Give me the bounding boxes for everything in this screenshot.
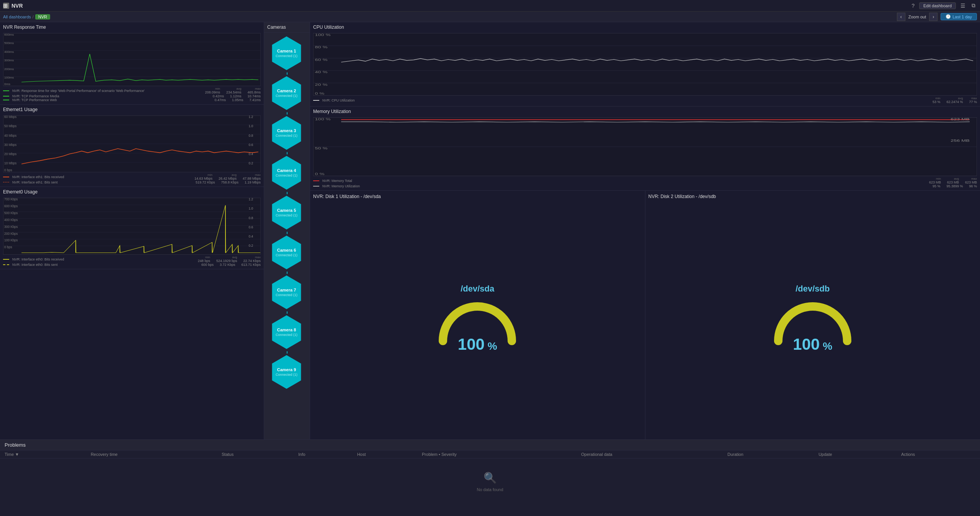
nvr-response-panel: NVR Response Time 600ms 500ms [0, 22, 264, 105]
disk1-value: 100 % [458, 335, 497, 354]
time-range-button[interactable]: 🕐 Last 1 day [941, 13, 977, 20]
problems-table-head: Time ▼ Recovery time Status Info Host Pr… [0, 450, 980, 459]
camera-1-item[interactable]: Camera 1 Connected (1) [270, 36, 304, 71]
cpu-stats: NVR: CPU Utilization min53 % avg62.2474 … [313, 97, 977, 104]
col-update: Update [814, 450, 897, 459]
col-time[interactable]: Time ▼ [0, 450, 86, 459]
eth0-stat-1: NVR: Interface eth0: Bits received min24… [3, 256, 261, 263]
col-problem: Problem • Severity [417, 450, 577, 459]
clock-icon: 🕐 [946, 14, 951, 19]
disk1-device: /dev/sda [461, 284, 494, 294]
cpu-stat-1: NVR: CPU Utilization min53 % avg62.2474 … [313, 97, 977, 104]
camera-1-hex[interactable]: Camera 1 Connected (1) [270, 36, 304, 70]
svg-text:623 MB: 623 MB [951, 118, 970, 121]
disk2-device: /dev/sdb [795, 284, 830, 294]
svg-text:0 bps: 0 bps [4, 245, 12, 249]
camera-4-status: Connected (1) [276, 174, 297, 177]
problems-table: Time ▼ Recovery time Status Info Host Pr… [0, 450, 980, 459]
svg-text:500 Kbps: 500 Kbps [4, 211, 18, 215]
camera-9-hex[interactable]: Camera 9 Connected (1) [270, 355, 304, 389]
problems-panel: Problems Time ▼ Recovery time Status Inf… [0, 439, 980, 516]
camera-2-item[interactable]: Camera 2 Connected (1) [270, 76, 304, 111]
camera-6-item[interactable]: Camera 6 Connected (1) [270, 236, 304, 270]
svg-text:20 %: 20 % [315, 82, 328, 87]
col-info: Info [294, 450, 353, 459]
svg-text:0.8: 0.8 [248, 134, 253, 138]
camera-6-hex[interactable]: Camera 6 Connected (1) [270, 236, 304, 269]
camera-4-item[interactable]: Camera 4 Connected (1) [270, 156, 304, 190]
svg-text:700 Kbps: 700 Kbps [4, 198, 18, 201]
cpu-line [341, 59, 973, 62]
svg-text:0 bps: 0 bps [4, 168, 12, 172]
ethernet0-title: Ethernet0 Usage [3, 189, 261, 195]
memory-chart: 100 % 50 % 0 % 623 MB 256 MB 6-17 11:31 … [313, 117, 977, 176]
svg-text:40 Mbps: 40 Mbps [4, 134, 16, 138]
topbar-right: ? Edit dashboard ☰ ⧉ [910, 2, 977, 10]
svg-text:0.6: 0.6 [248, 225, 253, 229]
col-host: Host [353, 450, 417, 459]
stat-line-1: NVR: Response time for step 'Web Portal … [3, 87, 261, 94]
camera-2-hex[interactable]: Camera 2 Connected (1) [270, 76, 304, 110]
memory-title: Memory Utilization [313, 109, 977, 114]
breadcrumb-bar: All dashboards / NVR ‹ Zoom out › 🕐 Last… [0, 11, 980, 22]
external-button[interactable]: ⧉ [970, 2, 977, 10]
stat-line-2: NVR: TCP Performance Media 0.42ms 1.12ms… [3, 94, 261, 98]
camera-5-item[interactable]: Camera 5 Connected (1) [270, 196, 304, 230]
nvr-response-svg: 600ms 500ms 400ms 300ms 200ms 100ms 0ms … [3, 33, 260, 86]
svg-text:600 Kbps: 600 Kbps [4, 204, 18, 208]
svg-text:100 %: 100 % [315, 33, 331, 37]
svg-text:60 Mbps: 60 Mbps [4, 116, 16, 119]
dashboard-area: NVR Response Time 600ms 500ms [0, 22, 980, 439]
hex-connector-7 [287, 311, 287, 314]
svg-text:50 %: 50 % [315, 146, 328, 150]
problems-header-row: Time ▼ Recovery time Status Info Host Pr… [0, 450, 980, 459]
app-logo: ⊞ NVR [3, 3, 23, 9]
eth1-receive-line [21, 149, 258, 164]
help-button[interactable]: ? [910, 2, 916, 10]
no-data-icon: 🔍 [483, 472, 497, 484]
breadcrumb-all-dashboards[interactable]: All dashboards [3, 15, 31, 19]
disk1-unit: % [485, 340, 497, 352]
camera-7-item[interactable]: Camera 7 Connected (1) [270, 275, 304, 310]
camera-4-hex[interactable]: Camera 4 Connected (1) [270, 156, 304, 190]
col-status: Status [217, 450, 294, 459]
nvr-response-stats: NVR: Response time for step 'Web Portal … [3, 87, 261, 102]
problems-header: Problems [0, 440, 980, 450]
edit-dashboard-button[interactable]: Edit dashboard [919, 2, 956, 9]
breadcrumb-right: ‹ Zoom out › 🕐 Last 1 day [897, 13, 977, 21]
svg-text:0.4: 0.4 [248, 152, 253, 156]
camera-5-name: Camera 5 [277, 208, 296, 213]
right-section: CPU Utilization 100 % 80 % 60 % 40 % 20 … [310, 22, 980, 439]
hex-connector-6 [287, 272, 287, 274]
eth1-stat-2: NVR: Interface eth1: Bits sent 519.72 Kb… [3, 180, 261, 184]
stat-line-3: NVR: TCP Performance Web 0.47ms 1.05ms 7… [3, 98, 261, 102]
nav-next-button[interactable]: › [929, 13, 938, 21]
hamburger-button[interactable]: ☰ [959, 2, 967, 10]
camera-1-name: Camera 1 [277, 49, 296, 53]
memory-svg: 100 % 50 % 0 % 623 MB 256 MB 6-17 11:31 … [314, 118, 977, 176]
svg-text:20 Mbps: 20 Mbps [4, 152, 16, 156]
nvr-response-chart: 600ms 500ms 400ms 300ms 200ms 100ms 0ms … [3, 33, 261, 86]
cameras-list: Camera 1 Connected (1) Camera 2 Connecte… [264, 33, 310, 439]
camera-9-item[interactable]: Camera 9 Connected (1) [270, 355, 304, 390]
camera-2-status: Connected (1) [276, 94, 297, 98]
cpu-title: CPU Utilization [313, 25, 977, 30]
col-actions: Actions [897, 450, 980, 459]
camera-8-hex[interactable]: Camera 8 Connected (1) [270, 315, 304, 349]
camera-3-item[interactable]: Camera 3 Connected (1) [270, 116, 304, 151]
nav-prev-button[interactable]: ‹ [897, 13, 905, 21]
svg-text:200 Kbps: 200 Kbps [4, 232, 18, 236]
ethernet0-stats: NVR: Interface eth0: Bits received min24… [3, 256, 261, 267]
camera-5-hex[interactable]: Camera 5 Connected (1) [270, 196, 304, 229]
svg-text:1.2: 1.2 [248, 198, 253, 201]
camera-7-hex[interactable]: Camera 7 Connected (1) [270, 275, 304, 309]
disk2-gauge: /dev/sdb 100 % [648, 201, 977, 436]
cpu-chart: 100 % 80 % 60 % 40 % 20 % 0 % 6-17 10:52… [313, 33, 977, 96]
camera-8-item[interactable]: Camera 8 Connected (1) [270, 315, 304, 350]
app-icon: ⊞ [3, 3, 9, 9]
nvr-response-title: NVR Response Time [3, 25, 261, 30]
eth1-stat-1: NVR: Interface eth1: Bits received min14… [3, 173, 261, 180]
camera-1-status: Connected (1) [276, 54, 297, 58]
hex-connector-3 [287, 152, 287, 154]
camera-3-hex[interactable]: Camera 3 Connected (1) [270, 116, 304, 150]
